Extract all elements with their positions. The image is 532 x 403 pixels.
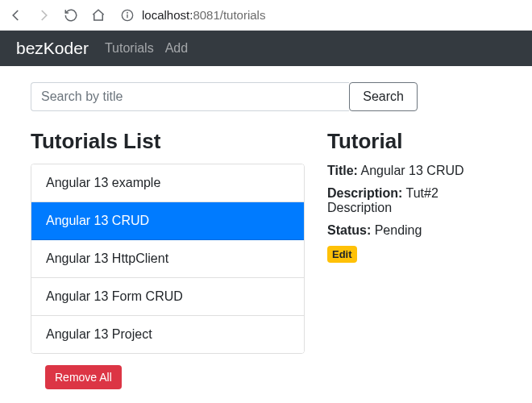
address-bar[interactable]: localhost:8081/tutorials bbox=[118, 8, 524, 22]
search-input[interactable] bbox=[31, 82, 349, 111]
search-row: Search bbox=[31, 82, 418, 111]
detail-description: Description: Tut#2 Description bbox=[327, 186, 501, 215]
svg-point-2 bbox=[127, 12, 128, 13]
list-item[interactable]: Angular 13 Project bbox=[31, 316, 304, 353]
detail-status: Status: Pending bbox=[327, 223, 501, 238]
nav-link-add[interactable]: Add bbox=[165, 41, 188, 56]
back-icon[interactable] bbox=[8, 7, 24, 23]
remove-all-button[interactable]: Remove All bbox=[45, 365, 122, 389]
list-heading: Tutorials List bbox=[31, 129, 305, 154]
reload-icon[interactable] bbox=[63, 7, 79, 23]
forward-icon[interactable] bbox=[35, 7, 52, 23]
list-item[interactable]: Angular 13 Form CRUD bbox=[31, 278, 304, 316]
detail-heading: Tutorial bbox=[327, 129, 501, 154]
list-item[interactable]: Angular 13 CRUD bbox=[31, 202, 304, 240]
brand[interactable]: bezKoder bbox=[16, 39, 89, 58]
home-icon[interactable] bbox=[90, 7, 106, 23]
search-button[interactable]: Search bbox=[349, 82, 418, 111]
browser-toolbar: localhost:8081/tutorials bbox=[0, 0, 532, 31]
list-item[interactable]: Angular 13 HttpClient bbox=[31, 240, 304, 278]
edit-button[interactable]: Edit bbox=[327, 246, 357, 263]
detail-title: Title: Angular 13 CRUD bbox=[327, 164, 501, 178]
list-item[interactable]: Angular 13 example bbox=[31, 164, 304, 202]
nav-link-tutorials[interactable]: Tutorials bbox=[105, 41, 154, 56]
tutorials-list: Angular 13 example Angular 13 CRUD Angul… bbox=[31, 164, 305, 354]
navbar: bezKoder Tutorials Add bbox=[0, 31, 532, 66]
url-text: localhost:8081/tutorials bbox=[142, 8, 265, 22]
site-info-icon[interactable] bbox=[121, 9, 134, 22]
